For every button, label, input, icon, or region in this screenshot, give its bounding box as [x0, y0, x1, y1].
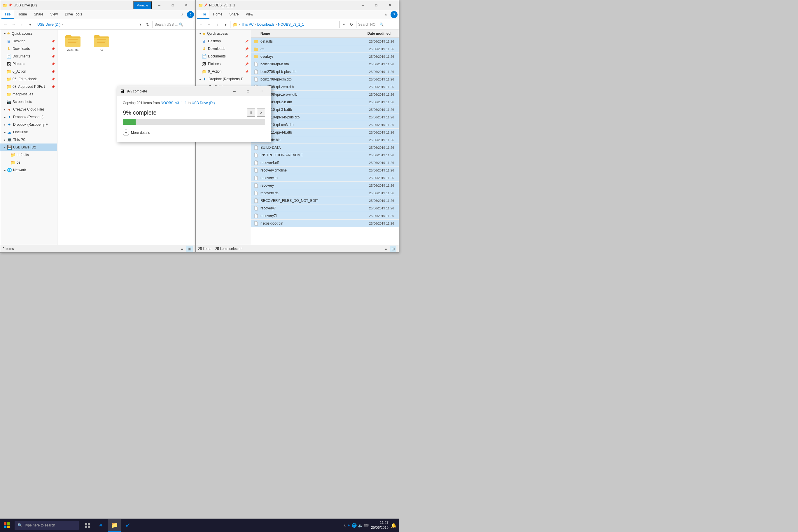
tab-home[interactable]: Home	[14, 10, 30, 19]
noobs-up-button[interactable]: ↑	[214, 21, 221, 28]
noobs-nav-desktop[interactable]: 🖥 Desktop 📌	[196, 37, 251, 45]
file-row-20[interactable]: recovery.rfs25/06/2019 11:26	[251, 189, 399, 197]
address-crumb-usb[interactable]: USB Drive (D:)	[37, 22, 60, 26]
file-row-17[interactable]: recovery.cmdline25/06/2019 11:26	[251, 167, 399, 174]
grid-view-btn[interactable]: ⊞	[186, 246, 193, 252]
quick-access-header[interactable]: ▾ ★ Quick access	[0, 30, 57, 37]
folder-defaults[interactable]: defaults	[60, 32, 86, 53]
file-row-7[interactable]: bcm2708-rpi-zero-w.dtb25/06/2019 11:26	[251, 91, 399, 98]
close-button[interactable]: ✕	[179, 0, 193, 10]
noobs-nav-0action[interactable]: 📁 0_Action 📌	[196, 68, 251, 75]
copy-source-link[interactable]: NOOBS_v3_1_1	[161, 101, 187, 105]
dialog-more-details[interactable]: ∨ More details	[123, 128, 265, 137]
noobs-crumb-downloads[interactable]: Downloads	[257, 22, 274, 26]
up-button[interactable]: ↑	[18, 21, 25, 28]
nav-usb-defaults[interactable]: 📁 defaults	[0, 151, 57, 159]
nav-screenshots[interactable]: 📷 Screenshots	[0, 98, 57, 106]
nav-usb-os[interactable]: 📁 os	[0, 159, 57, 166]
noobs-ribbon-help[interactable]: ?	[391, 11, 398, 18]
file-row-12[interactable]: bcm2711-rpi-4-b.dtb25/06/2019 11:26	[251, 129, 399, 136]
file-row-14[interactable]: BUILD-DATA25/06/2019 11:26	[251, 144, 399, 151]
file-row-6[interactable]: bcm2708-rpi-zero.dtb25/06/2019 11:26	[251, 83, 399, 91]
noobs-close-button[interactable]: ✕	[383, 0, 396, 10]
folder-os[interactable]: os	[88, 32, 115, 53]
noobs-restore-button[interactable]: □	[369, 0, 383, 10]
nav-usb-drive[interactable]: ▾ 💾 USB Drive (D:)	[0, 144, 57, 151]
file-row-0[interactable]: defaults25/06/2019 11:26	[251, 38, 399, 45]
noobs-file-panel[interactable]: defaults25/06/2019 11:26 os25/06/2019 11…	[251, 38, 399, 245]
nav-network[interactable]: ▸ 🌐 Network	[0, 166, 57, 174]
file-row-22[interactable]: recovery725/06/2019 11:26	[251, 205, 399, 212]
restore-button[interactable]: □	[166, 0, 179, 10]
usb-address-path[interactable]: USB Drive (D:) ›	[35, 21, 136, 28]
file-row-10[interactable]: bcm2710-rpi-3-b-plus.dtb25/06/2019 11:26	[251, 113, 399, 121]
noobs-back-button[interactable]: ←	[197, 21, 205, 28]
file-row-21[interactable]: RECOVERY_FILES_DO_NOT_EDIT25/06/2019 11:…	[251, 197, 399, 205]
noobs-tab-home[interactable]: Home	[209, 10, 226, 19]
noobs-list-view-btn[interactable]: ≡	[382, 246, 389, 252]
file-row-24[interactable]: riscos-boot.bin25/06/2019 11:26	[251, 220, 399, 227]
nav-pdfs[interactable]: 📁 08. Approved PDFs t 📌	[0, 83, 57, 90]
dialog-restore[interactable]: □	[241, 86, 254, 96]
manage-button[interactable]: Manage	[133, 1, 152, 10]
noobs-address-path[interactable]: 📁 › This PC › Downloads › NOOBS_v3_1_1	[230, 21, 340, 28]
file-row-2[interactable]: overlays25/06/2019 11:26	[251, 53, 399, 60]
noobs-search-box[interactable]: Search NO... 🔍	[356, 21, 397, 28]
back-button[interactable]: ←	[2, 21, 9, 28]
col-name[interactable]: Name	[261, 32, 349, 36]
address-dropdown[interactable]: ▾	[137, 21, 143, 28]
file-row-15[interactable]: INSTRUCTIONS-README25/06/2019 11:26	[251, 151, 399, 159]
tab-drive-tools[interactable]: Drive Tools	[61, 10, 86, 19]
file-row-19[interactable]: recovery25/06/2019 11:26	[251, 182, 399, 189]
noobs-tab-share[interactable]: Share	[226, 10, 242, 19]
noobs-address-dropdown[interactable]: ▾	[341, 21, 347, 28]
noobs-minimize-button[interactable]: ─	[356, 0, 369, 10]
file-row-1[interactable]: os25/06/2019 11:26	[251, 45, 399, 53]
dialog-close[interactable]: ✕	[254, 86, 268, 96]
usb-search-box[interactable]: Search USB ... 🔍	[153, 21, 193, 28]
noobs-nav-documents[interactable]: 📄 Documents 📌	[196, 53, 251, 60]
nav-creative-cloud[interactable]: ▸ ● Creative Cloud Files	[0, 106, 57, 113]
nav-edtocheck[interactable]: 📁 05. Ed to check 📌	[0, 75, 57, 83]
dialog-minimize[interactable]: ─	[228, 86, 241, 96]
nav-pictures[interactable]: 🖼 Pictures 📌	[0, 60, 57, 68]
noobs-forward-button[interactable]: →	[206, 21, 213, 28]
ribbon-expand[interactable]: ∧	[179, 13, 186, 16]
file-row-5[interactable]: bcm2708-rpi-cm.dtb25/06/2019 11:26	[251, 76, 399, 83]
noobs-crumb-this-pc[interactable]: This PC	[241, 22, 254, 26]
nav-desktop[interactable]: 🖥 Desktop 📌	[0, 37, 57, 45]
recent-button[interactable]: ▾	[26, 21, 34, 28]
nav-onedrive[interactable]: ▸ ☁ OneDrive	[0, 128, 57, 136]
file-row-4[interactable]: bcm2708-rpi-b-plus.dtb25/06/2019 11:26	[251, 68, 399, 76]
noobs-ribbon-expand[interactable]: ∧	[382, 13, 390, 16]
nav-magpi[interactable]: 📁 magpi-issues	[0, 90, 57, 98]
nav-documents[interactable]: 📄 Documents 📌	[0, 53, 57, 60]
noobs-grid-view-btn[interactable]: ⊞	[390, 246, 396, 252]
nav-dropbox-raspberry[interactable]: ▸ ✦ Dropbox (Raspberry F	[0, 121, 57, 128]
noobs-nav-pictures[interactable]: 🖼 Pictures 📌	[196, 60, 251, 68]
noobs-quick-access-header[interactable]: ▾ ★ Quick access	[196, 30, 251, 37]
dialog-cancel-btn[interactable]: ✕	[257, 109, 265, 117]
minimize-button[interactable]: ─	[153, 0, 166, 10]
tab-view[interactable]: View	[47, 10, 61, 19]
noobs-recent-button[interactable]: ▾	[222, 21, 229, 28]
file-row-3[interactable]: bcm2708-rpi-b.dtb25/06/2019 11:26	[251, 60, 399, 68]
nav-0action[interactable]: 📁 0_Action 📌	[0, 68, 57, 75]
file-row-16[interactable]: recover4.elf25/06/2019 11:26	[251, 159, 399, 167]
noobs-refresh-button[interactable]: ↻	[348, 21, 355, 28]
file-row-18[interactable]: recovery.elf25/06/2019 11:26	[251, 174, 399, 182]
noobs-nav-dropbox-raspberry[interactable]: ▸ ✦ Dropbox (Raspberry F	[196, 75, 251, 83]
file-row-9[interactable]: bcm2710-rpi-3-b.dtb25/06/2019 11:26	[251, 106, 399, 113]
noobs-tab-view[interactable]: View	[242, 10, 256, 19]
col-date[interactable]: Date modified	[349, 32, 393, 36]
noobs-nav-downloads[interactable]: ⬇ Downloads 📌	[196, 45, 251, 53]
tab-file[interactable]: File	[1, 10, 14, 19]
noobs-crumb-noobs[interactable]: NOOBS_v3_1_1	[278, 22, 304, 26]
tab-share[interactable]: Share	[30, 10, 47, 19]
noobs-tab-file[interactable]: File	[197, 10, 209, 19]
copy-dest-link[interactable]: USB Drive (D:)	[192, 101, 215, 105]
refresh-button[interactable]: ↻	[145, 21, 151, 28]
list-view-btn[interactable]: ≡	[179, 246, 185, 252]
dialog-pause-btn[interactable]: ⏸	[247, 109, 255, 117]
file-row-11[interactable]: bcm2710-rpi-cm3.dtb25/06/2019 11:26	[251, 121, 399, 129]
